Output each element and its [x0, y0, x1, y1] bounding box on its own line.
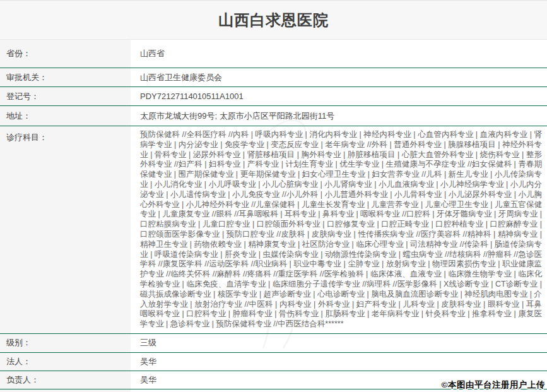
row-label: 省份： [0, 40, 131, 68]
table-row-address: 地址： 太原市龙城大街99号; 太原市小店区平阳路北园街11号 [0, 106, 547, 126]
table-row-treatment-subjects: 诊疗科目： 预防保健科 //全科医疗科 //内科 | 呼吸内科专业 | 消化内科… [0, 126, 547, 334]
row-label: 负责人： [0, 371, 131, 389]
table-row-level: 级别： 三级 [0, 334, 547, 353]
row-value: 三级 [131, 334, 547, 352]
row-value: 山西省卫生健康委员会 [131, 68, 547, 86]
row-label: 法人： [0, 353, 131, 371]
row-label: 级别： [0, 334, 131, 352]
table-row-legal-person: 法人： 吴华 [0, 353, 547, 371]
table-row-approval-authority: 审批机关： 山西省卫生健康委员会 [0, 68, 547, 87]
row-value: 山西省 [131, 40, 547, 68]
page-header: 山西白求恩医院 [0, 1, 547, 40]
row-label: 诊疗科目： [0, 126, 131, 333]
row-label: 审批机关： [0, 68, 131, 86]
row-value: 太原市龙城大街99号; 太原市小店区平阳路北园街11号 [131, 106, 547, 126]
row-label: 执业许可证有效期： [0, 389, 131, 392]
row-label: 地址： [0, 106, 131, 126]
table-row-registration-number: 登记号： PDY72127114010511A1001 [0, 87, 547, 106]
row-label: 登记号： [0, 87, 131, 105]
row-value: PDY72127114010511A1001 [131, 87, 547, 105]
registration-info-table: 省份： 山西省 审批机关： 山西省卫生健康委员会 登记号： PDY7212711… [0, 40, 547, 392]
row-value: 预防保健科 //全科医疗科 //内科 | 呼吸内科专业 | 消化内科专业 | 神… [131, 126, 547, 333]
uploader-watermark: ©本图由平台注册用户上传 [442, 379, 545, 391]
page-title: 山西白求恩医院 [218, 10, 329, 30]
table-row-province: 省份： 山西省 [0, 40, 547, 68]
row-value: 吴华 [131, 353, 547, 371]
